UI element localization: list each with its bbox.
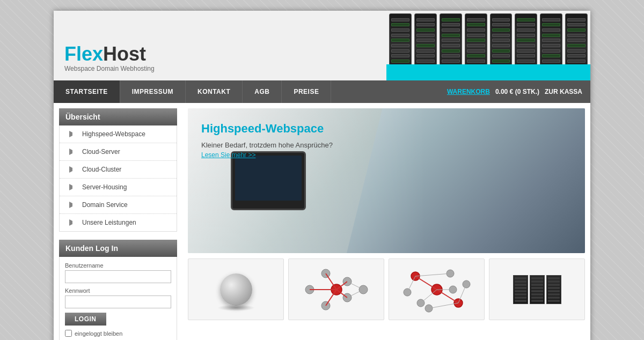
sidebar-item-cloud-server[interactable]: Cloud-Server — [60, 143, 177, 161]
thumb-network-2 — [389, 258, 485, 320]
header: FlexHost Webspace Domain Webhosting — [54, 11, 590, 80]
nav-impressum[interactable]: IMPRESSUM — [120, 80, 186, 103]
sidebar-item-domain-service[interactable]: Domain Service — [60, 196, 177, 214]
hero-link[interactable]: Lesen Sie mehr >> — [201, 151, 333, 159]
mini-rack-3 — [546, 275, 561, 304]
cart-label[interactable]: WARENKORB — [447, 88, 490, 95]
nav-right: WARENKORB 0.00 € (0 STK.) ZUR KASSA — [439, 88, 590, 95]
login-button[interactable]: LOGIN — [65, 313, 106, 326]
network-svg-2 — [399, 263, 474, 316]
remember-me-row: eingeloggt bleiben — [65, 330, 171, 337]
svg-line-9 — [326, 290, 336, 306]
sidebar-item-cloud-cluster[interactable]: Cloud-Cluster — [60, 161, 177, 179]
sidebar: Übersicht Highspeed-Webspace Cloud-Serve… — [54, 103, 182, 340]
svg-line-8 — [326, 274, 336, 290]
cart-amount: 0.00 € (0 STK.) — [495, 88, 539, 95]
main-content: Übersicht Highspeed-Webspace Cloud-Serve… — [54, 103, 590, 340]
hero-banner: Highspeed-Webspace Kleiner Bedarf, trotz… — [188, 108, 585, 253]
svg-line-30 — [458, 284, 466, 303]
cyan-accent-bar — [386, 64, 590, 80]
nav-kontakt[interactable]: KONTAKT — [186, 80, 243, 103]
mini-rack-2 — [530, 275, 545, 304]
mini-rack-1 — [513, 275, 528, 304]
hero-title: Highspeed-Webspace — [201, 122, 333, 136]
login-title: Kunden Log In — [59, 240, 177, 257]
username-label: Benutzername — [65, 262, 171, 269]
sphere-shadow — [217, 305, 255, 311]
nav-agb[interactable]: AGB — [243, 80, 282, 103]
sidebar-item-server-housing[interactable]: Server-Housing — [60, 179, 177, 196]
logo-host: Host — [103, 43, 146, 65]
sidebar-overview-title: Übersicht — [59, 108, 177, 125]
svg-line-27 — [421, 290, 437, 303]
svg-line-26 — [415, 274, 450, 276]
logo-area: FlexHost Webspace Domain Webhosting — [64, 45, 155, 75]
sphere-icon — [220, 274, 252, 306]
thumbnail-row — [188, 258, 585, 320]
network-svg-1 — [299, 263, 374, 316]
checkout-button[interactable]: ZUR KASSA — [545, 88, 582, 95]
logo-tagline: Webspace Domain Webhosting — [64, 65, 155, 72]
nav-bar: STARTSEITE IMPRESSUM KONTAKT AGB PREISE … — [54, 80, 590, 103]
logo-flex: Flex — [64, 43, 103, 65]
sidebar-item-leistungen[interactable]: Unsere Leistungen — [60, 214, 177, 231]
hero-screen — [235, 156, 302, 201]
username-input[interactable] — [65, 270, 171, 283]
password-input[interactable] — [65, 295, 171, 308]
server-rack-visual — [513, 275, 561, 304]
nav-left: STARTSEITE IMPRESSUM KONTAKT AGB PREISE — [54, 80, 331, 103]
svg-line-13 — [347, 290, 363, 298]
sidebar-item-highspeed[interactable]: Highspeed-Webspace — [60, 125, 177, 143]
remember-checkbox[interactable] — [65, 330, 72, 337]
svg-line-17 — [415, 276, 437, 290]
hero-monitor — [231, 151, 306, 210]
sidebar-menu: Highspeed-Webspace Cloud-Server Cloud-Cl… — [59, 125, 177, 232]
nav-preise[interactable]: PREISE — [282, 80, 331, 103]
password-label: Kennwort — [65, 287, 171, 294]
header-server-image — [386, 11, 590, 80]
hero-subtitle: Kleiner Bedarf, trotzdem hohe Ansprüche? — [201, 141, 333, 149]
hero-text-block: Highspeed-Webspace Kleiner Bedarf, trotz… — [201, 122, 333, 159]
svg-line-12 — [347, 282, 363, 290]
thumb-sphere — [188, 258, 284, 320]
thumb-server-rack — [489, 258, 585, 320]
thumb-network-1 — [288, 258, 384, 320]
svg-line-29 — [429, 303, 458, 308]
login-box: Benutzername Kennwort LOGIN eingeloggt b… — [59, 257, 177, 340]
right-content: Highspeed-Webspace Kleiner Bedarf, trotz… — [182, 103, 590, 340]
sphere-container — [215, 268, 258, 311]
remember-label: eingeloggt bleiben — [75, 330, 122, 337]
logo: FlexHost — [64, 45, 155, 64]
nav-startseite[interactable]: STARTSEITE — [54, 80, 120, 103]
